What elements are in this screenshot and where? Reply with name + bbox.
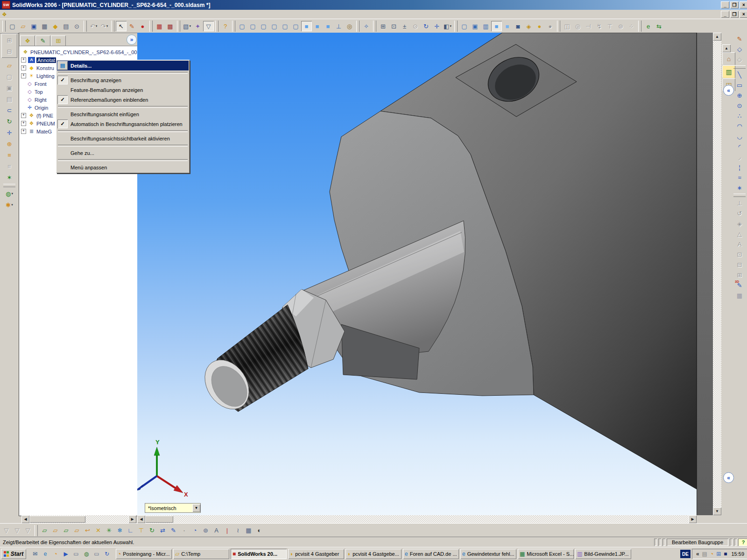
taskbar-button-foren-auf-cad-de[interactable]: eForen auf CAD.de ...	[403, 549, 459, 559]
save-button[interactable]: ▣	[28, 21, 39, 31]
taskbar-button-pcvisit-4-gastgebe[interactable]: ◗pcvisit 4 Gastgebe...	[345, 549, 402, 559]
expand-icon[interactable]: +	[21, 57, 26, 63]
taskbar-button-gewindetextur-fehl[interactable]: eGewindetextur fehl...	[460, 549, 516, 559]
offset-entities-button[interactable]: ⊟	[734, 259, 745, 270]
simulation-button[interactable]: ✱▾	[3, 199, 15, 210]
interference-detection-button[interactable]: ◍▾	[3, 188, 15, 199]
coordinate-axis-button[interactable]: ✳	[104, 525, 114, 536]
interference-detection-dropdown-icon[interactable]: ▾	[11, 192, 13, 196]
find-in-tree-button[interactable]: ⊚	[200, 525, 211, 536]
taskbar-button-pcvisit-4-gastgeber[interactable]: ◗pcvisit 4 Gastgeber	[288, 549, 344, 559]
reload-button[interactable]: ◔	[190, 525, 200, 536]
simulation-dropdown-icon[interactable]: ▾	[11, 203, 13, 207]
view-orientation-button[interactable]: ◎	[344, 21, 355, 31]
tree-scroll-left-icon[interactable]: ◀	[21, 515, 29, 523]
menu-item-gehe-zu[interactable]: Gehe zu...	[57, 148, 189, 158]
pan-button[interactable]: ✛	[431, 21, 442, 31]
zoom-to-area-button[interactable]: ⊡	[388, 21, 399, 31]
spline-button[interactable]: ≈	[734, 172, 745, 182]
annotation-note-button[interactable]: A	[211, 525, 222, 536]
hide-show-component-button[interactable]: ◫	[562, 21, 572, 31]
sw-explorer-button[interactable]: ◆	[50, 21, 61, 31]
graphics-viewport[interactable]: Y X Z *Isometrisch ▼	[137, 33, 697, 515]
move-component-button[interactable]: ✛	[3, 127, 15, 138]
quicklaunch-pcvisit[interactable]: ◍	[81, 549, 92, 559]
replace-component-button[interactable]: ↩	[82, 525, 93, 536]
spline-points-button[interactable]: ∴	[734, 111, 745, 121]
vp-scroll-thumb[interactable]	[145, 516, 173, 523]
dissolve-subassembly-button[interactable]: ✕	[93, 525, 104, 536]
line-button[interactable]: ╲	[734, 70, 745, 80]
mate-button[interactable]: ⊂	[3, 105, 15, 116]
sketch-button[interactable]: ✎	[734, 34, 745, 44]
toolbar-collapse-icon[interactable]: «	[723, 472, 734, 483]
section-view-button[interactable]: ◧▾	[442, 21, 453, 31]
centerline-button[interactable]: ¦	[734, 162, 745, 172]
fix-component-button[interactable]: ⊤	[136, 525, 147, 536]
quicklaunch-refresh[interactable]: ↻	[102, 549, 112, 559]
insert-component-button[interactable]: ▱	[3, 60, 15, 71]
view-dimetric-button[interactable]: ■	[323, 21, 333, 31]
tray-chevron-icon[interactable]: «	[696, 551, 699, 557]
viewport-vertical-scrollbar[interactable]: ▲ ▼	[713, 33, 721, 515]
close-button[interactable]: ×	[740, 1, 747, 8]
expand-icon[interactable]: +	[21, 65, 26, 70]
view-front-button[interactable]: ▢	[237, 21, 247, 31]
undo-button[interactable]: ↶▾	[88, 21, 99, 31]
component-pattern-button[interactable]: ≡	[3, 149, 15, 161]
freeze-component-button[interactable]: ❄	[114, 525, 125, 536]
hidden-component-button[interactable]: ▢	[3, 71, 15, 82]
explode-line-sketch-button[interactable]: ≀	[233, 525, 243, 536]
rotate-component-button[interactable]: ↻	[3, 116, 15, 127]
solidworks-app-icon[interactable]: SW	[2, 1, 10, 9]
scroll-down-icon[interactable]: ▼	[713, 507, 721, 515]
rotate-component-button[interactable]: ↻	[147, 525, 157, 536]
circle-button[interactable]: ⊕	[734, 90, 745, 100]
point-button[interactable]: ∗	[734, 182, 745, 193]
new-assembly-button[interactable]: ▱	[61, 525, 71, 536]
edit-component-button[interactable]: ⊣	[583, 21, 594, 31]
selection-filter-button[interactable]: ▽	[203, 21, 214, 31]
polygon-button[interactable]: ⊙	[734, 100, 745, 111]
wireframe-button[interactable]: ▢	[459, 21, 470, 31]
select-button[interactable]: ↖	[116, 21, 127, 31]
quick-snaps-button[interactable]: ◈	[734, 218, 745, 229]
view-isometric-button[interactable]: ■	[301, 21, 312, 31]
grid-settings-button[interactable]: ▦	[734, 290, 745, 301]
sketch-fillet-button[interactable]: ◞	[734, 152, 745, 162]
3d-sketch-button[interactable]: 3D✎	[734, 280, 745, 290]
restore-button[interactable]: ❐	[730, 1, 739, 8]
insert-component-button[interactable]: ▱	[39, 525, 50, 536]
textured-button[interactable]: ◈	[523, 21, 534, 31]
sketch-alert-button[interactable]: △	[734, 229, 745, 239]
3d-viewport-scene[interactable]: Y X Z	[137, 33, 697, 515]
quicklaunch-outlook[interactable]: ✉	[30, 549, 40, 559]
view-normal-to-button[interactable]: ⊥	[333, 21, 344, 31]
zoom-in-out-button[interactable]: ±	[399, 21, 410, 31]
mass-properties-button[interactable]: ◐	[254, 525, 265, 536]
quicklaunch-window[interactable]: ▭	[92, 549, 102, 559]
view-previous-button[interactable]: ✧	[361, 21, 372, 31]
zoom-to-fit-button[interactable]: ⊞	[378, 21, 388, 31]
shaded-button[interactable]: ■	[502, 21, 513, 31]
stoplight-button[interactable]: ●	[137, 21, 148, 31]
propertymanager-tab[interactable]: ✎	[35, 35, 50, 46]
shadows-in-shaded-mode-button[interactable]: ◙	[513, 21, 523, 31]
curvature-button[interactable]: ●	[534, 21, 545, 31]
edit-sketch-button[interactable]: ✎	[168, 525, 179, 536]
reference-dimension-button[interactable]: ∟	[125, 525, 136, 536]
reorganize-components-button[interactable]: ⁘	[626, 21, 637, 31]
smart-dimension-button[interactable]: ◇	[734, 44, 745, 54]
taskbar-button-microsoft-excel-s[interactable]: ▦Microsoft Excel - S...	[518, 549, 574, 559]
tree-scroll-thumb[interactable]	[29, 516, 85, 523]
shaded-with-edges-button[interactable]: ■	[491, 21, 502, 31]
realview-button[interactable]: ●	[545, 21, 556, 31]
print-button[interactable]: ▤	[61, 21, 71, 31]
expand-icon[interactable]: +	[21, 121, 26, 126]
new-part-button[interactable]: ▱	[50, 525, 61, 536]
viewport-horizontal-scrollbar[interactable]: ◀ ▶	[137, 515, 697, 523]
edit-color-button[interactable]: ▦	[154, 21, 165, 31]
configurationmanager-tab[interactable]: ⊞	[51, 35, 66, 46]
rectangle-button[interactable]: ▭	[734, 80, 745, 90]
menu-item-menü-anpassen[interactable]: Menü anpassen	[57, 162, 189, 172]
